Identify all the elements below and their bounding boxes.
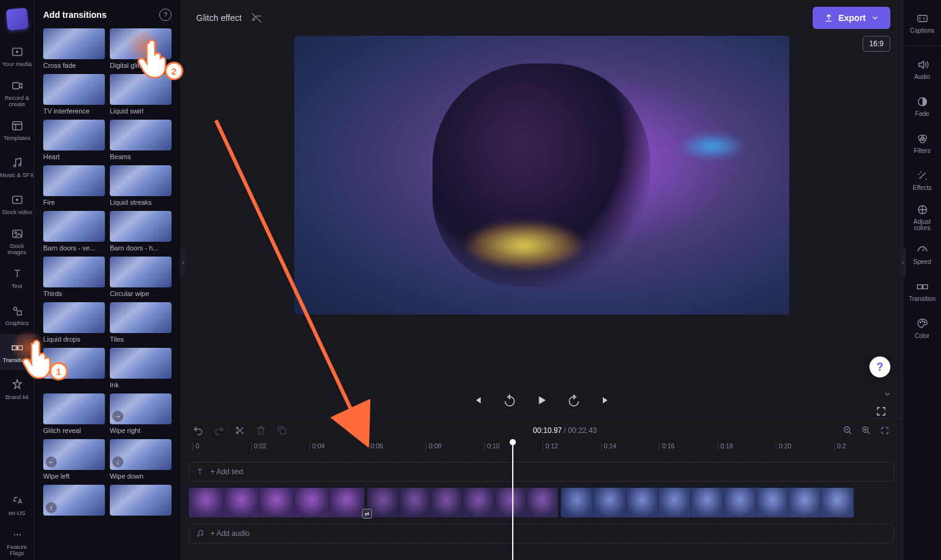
transition-item[interactable]: Heart xyxy=(43,120,105,160)
delete-button[interactable] xyxy=(255,425,267,436)
prev-button[interactable] xyxy=(468,391,487,410)
nav-label: Text xyxy=(12,283,22,289)
nav-record[interactable]: Record & create xyxy=(0,75,35,111)
timeline-ruler[interactable]: 00:020:040:060:080:100:120:140:160:180:2… xyxy=(193,442,903,456)
play-button[interactable] xyxy=(533,391,551,410)
no-sound-icon[interactable] xyxy=(251,12,263,24)
help-icon[interactable]: ? xyxy=(159,9,172,21)
svg-point-18 xyxy=(236,432,238,434)
collapse-left-panel[interactable]: ‹ xyxy=(180,247,186,278)
filters-icon xyxy=(916,132,929,146)
rp-adjust-colors[interactable]: Adjust colors xyxy=(906,202,939,233)
rp-transition[interactable]: Transition xyxy=(906,276,939,307)
transition-item[interactable]: Liquid drops xyxy=(43,302,105,343)
nav-feature-flags[interactable]: Feature Flags xyxy=(0,524,35,560)
collapse-right-panel[interactable]: › xyxy=(900,247,906,278)
rp-audio[interactable]: Audio xyxy=(906,54,939,84)
rewind-button[interactable] xyxy=(500,391,519,410)
transition-item[interactable]: Circular wipe xyxy=(110,257,172,297)
transition-item[interactable] xyxy=(110,485,172,516)
transition-marker[interactable]: ⇄ xyxy=(362,509,372,519)
adjust-icon xyxy=(916,203,929,216)
transition-item[interactable]: Thirds xyxy=(43,257,105,297)
undo-button[interactable] xyxy=(193,425,204,436)
transition-item[interactable]: ←Wipe left xyxy=(43,439,105,480)
svg-point-9 xyxy=(14,231,16,233)
nav-graphics[interactable]: Graphics xyxy=(0,297,35,333)
rp-label: Filters xyxy=(914,148,931,155)
video-clip-1[interactable] xyxy=(189,488,365,517)
video-clip-2[interactable] xyxy=(367,488,558,517)
forward-button[interactable] xyxy=(565,391,583,410)
fullscreen-button[interactable] xyxy=(876,406,887,417)
ruler-tick: 0 xyxy=(193,442,199,451)
transition-item[interactable]: ↓Wipe down xyxy=(110,439,172,480)
svg-point-32 xyxy=(919,321,921,323)
nav-label: Stock video xyxy=(2,209,32,215)
text-track[interactable]: + Add text xyxy=(189,462,894,482)
video-preview[interactable] xyxy=(294,36,789,315)
nav-stock-video[interactable]: Stock video xyxy=(0,186,35,222)
transition-item[interactable]: ↑ xyxy=(43,485,105,516)
export-label: Export xyxy=(839,13,866,23)
transition-item[interactable]: Liquid streaks xyxy=(110,165,172,206)
rp-label: Adjust colors xyxy=(906,219,939,232)
rp-effects[interactable]: Effects xyxy=(906,165,939,196)
svg-point-16 xyxy=(19,533,20,535)
ruler-tick: 0:16 xyxy=(659,442,674,451)
rp-fade[interactable]: Fade xyxy=(906,91,939,121)
transition-item[interactable]: Barn doors - h... xyxy=(110,211,172,252)
app-logo[interactable] xyxy=(6,8,28,31)
svg-point-22 xyxy=(197,535,199,536)
transition-item[interactable] xyxy=(43,348,105,389)
captions-icon xyxy=(916,12,929,25)
media-icon xyxy=(10,45,24,59)
help-fab[interactable]: ? xyxy=(869,356,890,377)
ruler-tick: 0:2 xyxy=(834,442,847,451)
transition-item[interactable]: Liquid swirl xyxy=(110,74,172,115)
nav-music[interactable]: Music & SFX xyxy=(0,149,35,185)
add-audio-label: + Add audio xyxy=(210,529,250,538)
zoom-fit-button[interactable] xyxy=(879,425,890,436)
transition-item[interactable]: Glitch reveal xyxy=(43,393,105,434)
nav-your-media[interactable]: Your media xyxy=(0,38,35,74)
transition-item[interactable]: Cross fade xyxy=(43,28,105,69)
transition-item[interactable]: Ink xyxy=(110,348,172,389)
nav-label: Templates xyxy=(4,135,30,141)
nav-brand-kit[interactable]: Brand kit xyxy=(0,371,35,407)
export-button[interactable]: Export xyxy=(813,7,890,29)
transition-item[interactable]: Tiles xyxy=(110,302,172,343)
playhead[interactable] xyxy=(512,442,513,560)
transition-item[interactable]: Fire xyxy=(43,165,105,206)
zoom-out-button[interactable] xyxy=(842,425,853,436)
rp-color[interactable]: Color xyxy=(906,313,939,344)
nav-templates[interactable]: Templates xyxy=(0,112,35,148)
zoom-in-button[interactable] xyxy=(861,425,872,436)
nav-transitions[interactable]: Transitions xyxy=(0,334,35,370)
rp-label: Captions xyxy=(910,28,934,35)
rp-captions[interactable]: Captions xyxy=(906,7,939,38)
aspect-ratio-selector[interactable]: 16:9 xyxy=(863,36,890,52)
video-clip-3[interactable] xyxy=(561,488,854,517)
nav-text[interactable]: Text xyxy=(0,260,35,296)
duplicate-button[interactable] xyxy=(276,425,288,436)
audio-track[interactable]: + Add audio xyxy=(189,524,894,543)
rp-label: Color xyxy=(915,333,930,340)
rp-filters[interactable]: Filters xyxy=(906,128,939,159)
nav-language[interactable]: en-US xyxy=(0,487,35,523)
redo-button[interactable] xyxy=(213,425,225,436)
transition-icon xyxy=(916,280,929,294)
transition-item[interactable]: TV interference xyxy=(43,74,105,115)
rp-speed[interactable]: Speed xyxy=(906,239,939,270)
transition-item[interactable]: Barn doors - ve... xyxy=(43,211,105,252)
transition-item[interactable]: Beams xyxy=(110,120,172,160)
svg-rect-30 xyxy=(917,284,922,289)
video-track[interactable]: ⇄ xyxy=(189,488,894,517)
next-button[interactable] xyxy=(597,391,615,410)
nav-stock-images[interactable]: Stock images xyxy=(0,223,35,259)
split-button[interactable] xyxy=(234,425,246,436)
svg-point-33 xyxy=(922,321,923,322)
transition-item[interactable]: Digital glitch xyxy=(110,28,172,69)
music-icon xyxy=(10,156,24,170)
transition-item[interactable]: →Wipe right xyxy=(110,393,172,434)
